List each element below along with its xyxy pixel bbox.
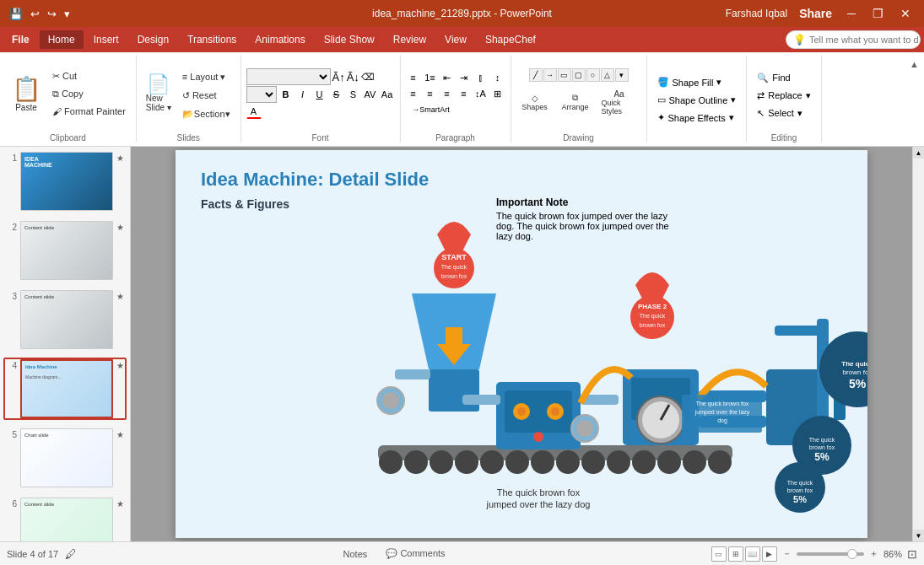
- fit-slide-button[interactable]: ⊡: [907, 547, 917, 561]
- spacing-button[interactable]: AV: [363, 87, 378, 102]
- clear-formatting-icon[interactable]: ⌫: [361, 72, 375, 83]
- columns-button[interactable]: ⫿: [473, 70, 489, 85]
- numbering-button[interactable]: 1≡: [423, 70, 438, 85]
- align-right-button[interactable]: ≡: [440, 86, 455, 101]
- title-right: Farshad Iqbal Share ─ ❐ ✕: [726, 5, 917, 22]
- quick-styles-button[interactable]: Aa Quick Styles: [597, 85, 641, 119]
- undo-icon[interactable]: ↩: [28, 6, 42, 22]
- comments-button[interactable]: 💬 Comments: [379, 546, 451, 561]
- shape-circle[interactable]: ○: [586, 68, 600, 82]
- align-text-button[interactable]: ⊞: [490, 86, 505, 101]
- svg-text:brown fox: brown fox: [787, 487, 813, 493]
- save-icon[interactable]: 💾: [7, 6, 25, 22]
- slideshow-button[interactable]: ▶: [762, 546, 777, 562]
- shape-rect[interactable]: ▭: [558, 68, 571, 82]
- font-color-button[interactable]: A: [246, 104, 262, 119]
- format-painter-button[interactable]: 🖌 Format Painter: [47, 103, 131, 120]
- underline-button[interactable]: U: [312, 87, 327, 102]
- animations-menu[interactable]: Animations: [246, 30, 313, 49]
- zoom-in-icon[interactable]: ＋: [869, 547, 878, 560]
- minimize-button[interactable]: ─: [840, 5, 862, 22]
- increase-indent-button[interactable]: ⇥: [457, 70, 472, 85]
- slide-thumbnail-3[interactable]: 3 Content slide ★: [3, 288, 127, 351]
- svg-point-23: [551, 407, 559, 416]
- bold-button[interactable]: B: [278, 87, 294, 102]
- title-bar: 💾 ↩ ↪ ▾ idea_machine_21289.pptx - PowerP…: [0, 0, 924, 27]
- collapse-ribbon-button[interactable]: ▲: [905, 56, 924, 73]
- shape-effects-button[interactable]: ✦ Shape Effects ▾: [652, 110, 742, 126]
- slideshow-menu[interactable]: Slide Show: [316, 30, 383, 49]
- paste-icon: 📋: [12, 75, 41, 103]
- normal-view-button[interactable]: ▭: [711, 546, 727, 562]
- tell-me-box[interactable]: 💡: [786, 30, 921, 49]
- slide-sorter-button[interactable]: ⊞: [728, 546, 743, 562]
- slide-thumbnail-6[interactable]: 6 Content slide ★: [3, 496, 127, 541]
- cut-button[interactable]: ✂ Cut: [47, 67, 131, 84]
- scroll-down-button[interactable]: ▼: [913, 530, 925, 541]
- svg-text:The quick brown fox: The quick brown fox: [696, 401, 749, 407]
- shapechef-menu[interactable]: ShapeChef: [477, 30, 544, 49]
- arrange-button[interactable]: ⧉ Arrange: [557, 85, 594, 119]
- change-case-button[interactable]: Aa: [380, 87, 395, 102]
- increase-font-icon[interactable]: Ã↑: [332, 71, 345, 83]
- review-menu[interactable]: Review: [385, 30, 435, 49]
- share-button[interactable]: Share: [794, 5, 837, 22]
- convert-smartart-button[interactable]: →SmartArt: [406, 102, 457, 117]
- slide-thumbnail-5[interactable]: 5 Chart slide ★: [3, 427, 127, 489]
- notes-accessibility-icon: 🖊: [65, 547, 77, 561]
- strikethrough-button[interactable]: S: [329, 87, 344, 102]
- bullets-button[interactable]: ≡: [406, 70, 421, 85]
- decrease-font-icon[interactable]: Ã↓: [347, 71, 359, 83]
- slide-thumbnail-4[interactable]: 4 Idea Machine Machine diagram... ★: [3, 358, 127, 420]
- file-menu[interactable]: File: [3, 30, 38, 49]
- font-name-select[interactable]: [246, 68, 331, 85]
- shape-more[interactable]: ▾: [615, 68, 629, 82]
- customize-qat-icon[interactable]: ▾: [62, 6, 73, 22]
- svg-text:brown fox: brown fox: [640, 322, 666, 328]
- zoom-out-icon[interactable]: －: [782, 547, 792, 560]
- line-spacing-button[interactable]: ↕: [490, 70, 505, 85]
- shape-fill-button[interactable]: 🪣 Shape Fill ▾: [652, 74, 742, 90]
- shapes-icon: ◇: [532, 94, 538, 103]
- select-button[interactable]: ↖ Select ▾: [752, 105, 815, 121]
- svg-text:5%: 5%: [849, 377, 867, 390]
- zoom-slider[interactable]: [797, 552, 864, 556]
- new-slide-button[interactable]: 📄 NewSlide ▾: [142, 72, 176, 116]
- notes-button[interactable]: Notes: [337, 547, 375, 561]
- view-menu[interactable]: View: [436, 30, 475, 49]
- scroll-up-button[interactable]: ▲: [913, 147, 925, 159]
- tell-me-input[interactable]: [809, 35, 919, 45]
- design-menu[interactable]: Design: [129, 30, 177, 49]
- paste-button[interactable]: 📋 Paste: [5, 72, 47, 116]
- justify-button[interactable]: ≡: [457, 86, 472, 101]
- shapes-button[interactable]: ◇ Shapes: [516, 85, 554, 119]
- shadow-button[interactable]: S: [346, 87, 361, 102]
- shape-outline-button[interactable]: ▭ Shape Outline ▾: [652, 92, 742, 108]
- italic-button[interactable]: I: [295, 87, 311, 102]
- text-direction-button[interactable]: ↕A: [473, 86, 489, 101]
- shape-triangle[interactable]: △: [601, 68, 614, 82]
- slide-thumbnail-2[interactable]: 2 Content slide ★: [3, 219, 127, 282]
- center-button[interactable]: ≡: [423, 86, 438, 101]
- font-size-select[interactable]: [246, 86, 277, 103]
- home-menu[interactable]: Home: [40, 30, 84, 49]
- decrease-indent-button[interactable]: ⇤: [440, 70, 455, 85]
- ribbon: 📋 Paste ✂ Cut ⧉ Copy 🖌 Format Painter Cl…: [0, 52, 924, 147]
- layout-button[interactable]: ≡ Layout ▾: [177, 68, 235, 85]
- replace-button[interactable]: ⇄ Replace ▾: [752, 88, 815, 104]
- restore-button[interactable]: ❐: [866, 5, 890, 22]
- shape-arrow[interactable]: →: [543, 68, 557, 82]
- align-left-button[interactable]: ≡: [406, 86, 421, 101]
- reading-view-button[interactable]: 📖: [745, 546, 760, 562]
- reset-button[interactable]: ↺ Reset: [177, 87, 235, 104]
- close-button[interactable]: ✕: [894, 5, 917, 22]
- shape-rounded[interactable]: ▢: [572, 68, 586, 82]
- transitions-menu[interactable]: Transitions: [179, 30, 245, 49]
- insert-menu[interactable]: Insert: [85, 30, 127, 49]
- find-button[interactable]: 🔍 Find: [752, 70, 815, 86]
- shape-line[interactable]: ╱: [529, 68, 543, 82]
- slide-thumbnail-1[interactable]: 1 IDEAMACHINE ★: [3, 150, 127, 213]
- copy-button[interactable]: ⧉ Copy: [47, 85, 131, 102]
- section-button[interactable]: 📂 Section ▾: [177, 105, 235, 122]
- redo-icon[interactable]: ↪: [45, 6, 59, 22]
